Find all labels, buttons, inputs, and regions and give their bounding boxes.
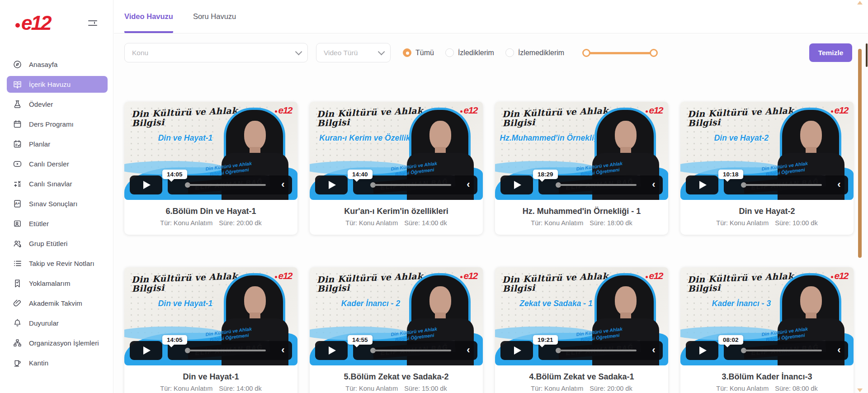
play-icon bbox=[143, 346, 151, 355]
bell-icon bbox=[13, 318, 22, 328]
sidebar-item-akademik-takvim[interactable]: Akademik Takvim bbox=[7, 295, 108, 312]
sidebar: e12 Anasayfaİçerik HavuzuÖdevlerDers Pro… bbox=[0, 0, 113, 393]
scrollbar-down-arrow-icon[interactable] bbox=[857, 388, 863, 392]
duration-tooltip: 14:55 bbox=[348, 335, 373, 345]
sidebar-item-label: Ders Programı bbox=[29, 120, 74, 128]
group-add-icon bbox=[13, 239, 22, 248]
video-card[interactable]: Din Kültürü ve Ahlak Bilgisi e12 Kader İ… bbox=[310, 267, 483, 393]
radio-i̇zlemediklerim[interactable]: İzlemediklerim bbox=[505, 48, 564, 57]
slider-handle-left[interactable] bbox=[582, 49, 590, 57]
play-icon bbox=[514, 181, 521, 189]
chevron-left-icon[interactable]: ‹ bbox=[835, 344, 843, 356]
scrollbar-thumb[interactable] bbox=[858, 49, 862, 258]
main-content: Video HavuzuSoru Havuzu Konu Video Türü … bbox=[114, 0, 868, 393]
video-title: Kur'an-ı Kerim'in özellikleri bbox=[310, 207, 483, 216]
slider-track bbox=[586, 52, 654, 54]
sidebar-item-yoklamalarım[interactable]: Yoklamalarım bbox=[7, 275, 108, 292]
duration-tooltip: 19:21 bbox=[533, 335, 558, 345]
video-card[interactable]: Din Kültürü ve Ahlak Bilgisi e12 Kuran-ı… bbox=[310, 102, 483, 235]
clear-filters-button[interactable]: Temizle bbox=[809, 43, 852, 62]
duration-tooltip: 18:29 bbox=[533, 170, 558, 179]
play-button[interactable] bbox=[130, 175, 162, 194]
sidebar-item-ders-programı[interactable]: Ders Programı bbox=[7, 116, 108, 133]
video-card[interactable]: Din Kültürü ve Ahlak Bilgisi e12 Din ve … bbox=[124, 102, 297, 235]
duration-range-slider[interactable] bbox=[583, 48, 657, 57]
video-meta: Tür: Konu AnlatımSüre: 20:00 dk bbox=[124, 219, 297, 227]
sidebar-item-organizasyon-i-şlemleri[interactable]: Organizasyon İşlemleri bbox=[7, 335, 108, 351]
chevron-left-icon[interactable]: ‹ bbox=[465, 344, 472, 356]
book-open-icon bbox=[13, 80, 22, 89]
cursor-artifact bbox=[866, 43, 868, 67]
chevron-left-icon[interactable]: ‹ bbox=[465, 178, 472, 191]
video-card[interactable]: Din Kültürü ve Ahlak Bilgisi e12 Din ve … bbox=[124, 267, 297, 393]
sidebar-item-i-çerik-havuzu[interactable]: İçerik Havuzu bbox=[7, 76, 108, 93]
chevron-left-icon[interactable]: ‹ bbox=[650, 344, 657, 356]
sidebar-item-etütler[interactable]: Etütler bbox=[7, 215, 108, 232]
konu-select[interactable]: Konu bbox=[124, 43, 308, 62]
video-turu-select[interactable]: Video Türü bbox=[316, 43, 391, 62]
progress-track bbox=[745, 350, 822, 351]
sidebar-item-label: Takip ve Revir Notları bbox=[29, 260, 94, 267]
sidebar-item-grup-etütleri[interactable]: Grup Etütleri bbox=[7, 235, 108, 252]
sidebar-collapse-icon[interactable] bbox=[88, 20, 98, 27]
sidebar-item-ödevler[interactable]: Ödevler bbox=[7, 96, 108, 113]
video-length: Süre: 18:00 dk bbox=[590, 219, 632, 227]
play-button[interactable] bbox=[500, 175, 533, 194]
e12-logo[interactable]: e12 bbox=[15, 12, 50, 34]
svg-text:A+: A+ bbox=[15, 201, 20, 206]
chevron-left-icon[interactable]: ‹ bbox=[835, 178, 843, 191]
chevron-left-icon[interactable]: ‹ bbox=[279, 344, 287, 356]
video-thumbnail[interactable]: Din Kültürü ve Ahlak Bilgisi e12 Din ve … bbox=[680, 102, 854, 200]
video-card[interactable]: Din Kültürü ve Ahlak Bilgisi e12 Kader İ… bbox=[680, 267, 854, 393]
video-thumbnail[interactable]: Din Kültürü ve Ahlak Bilgisi e12 Din ve … bbox=[124, 102, 297, 200]
video-thumbnail[interactable]: Din Kültürü ve Ahlak Bilgisi e12 Hz.Muha… bbox=[495, 102, 668, 200]
sidebar-menu: Anasayfaİçerik HavuzuÖdevlerDers Program… bbox=[0, 56, 113, 371]
video-thumbnail[interactable]: Din Kültürü ve Ahlak Bilgisi e12 Zekat v… bbox=[495, 267, 668, 365]
paperclip-icon bbox=[13, 298, 22, 308]
play-button[interactable] bbox=[686, 341, 718, 360]
duration-tooltip: 14:40 bbox=[348, 170, 373, 179]
video-title: 3.Bölüm Kader İnancı-3 bbox=[680, 372, 854, 382]
play-button[interactable] bbox=[315, 341, 348, 360]
chevron-left-icon[interactable]: ‹ bbox=[279, 178, 287, 191]
sidebar-item-anasayfa[interactable]: Anasayfa bbox=[7, 56, 108, 73]
tab-video-havuzu[interactable]: Video Havuzu bbox=[124, 0, 173, 33]
scrollbar-up-arrow-icon[interactable] bbox=[857, 1, 863, 5]
play-icon bbox=[329, 346, 336, 355]
radio-label: İzlemediklerim bbox=[518, 49, 564, 57]
sidebar-item-kantin[interactable]: Kantin bbox=[7, 355, 108, 371]
video-card[interactable]: Din Kültürü ve Ahlak Bilgisi e12 Zekat v… bbox=[495, 267, 668, 393]
sidebar-item-canlı-dersler[interactable]: Canlı Dersler bbox=[7, 156, 108, 172]
video-card[interactable]: Din Kültürü ve Ahlak Bilgisi e12 Din ve … bbox=[680, 102, 854, 235]
sidebar-item-planlar[interactable]: Planlar bbox=[7, 136, 108, 152]
chevron-left-icon[interactable]: ‹ bbox=[650, 178, 657, 191]
play-icon bbox=[514, 346, 521, 355]
radio-i̇zlediklerim[interactable]: İzlediklerim bbox=[445, 48, 494, 57]
sidebar-item-takip-ve-revir-notları[interactable]: Takip ve Revir Notları bbox=[7, 255, 108, 272]
sidebar-item-sınav-sonuçları[interactable]: A+Sınav Sonuçları bbox=[7, 195, 108, 212]
video-thumbnail[interactable]: Din Kültürü ve Ahlak Bilgisi e12 Kader İ… bbox=[680, 267, 854, 365]
sidebar-item-canlı-sınavlar[interactable]: Canlı Sınavlar bbox=[7, 175, 108, 192]
video-title: 6.Bölüm Din ve Hayat-1 bbox=[124, 207, 297, 216]
sidebar-item-duyurular[interactable]: Duyurular bbox=[7, 315, 108, 331]
slider-handle-right[interactable] bbox=[650, 49, 658, 57]
duration-tooltip: 10:18 bbox=[718, 170, 743, 179]
video-card[interactable]: Din Kültürü ve Ahlak Bilgisi e12 Hz.Muha… bbox=[495, 102, 668, 235]
progress-track bbox=[745, 184, 822, 186]
sidebar-item-label: Sınav Sonuçları bbox=[29, 200, 77, 208]
play-icon bbox=[699, 346, 707, 355]
radio-tümü[interactable]: Tümü bbox=[403, 48, 434, 57]
video-thumbnail[interactable]: Din Kültürü ve Ahlak Bilgisi e12 Kader İ… bbox=[310, 267, 483, 365]
video-type: Tür: Konu Anlatım bbox=[716, 385, 769, 392]
cup-icon bbox=[13, 358, 22, 368]
play-button[interactable] bbox=[315, 175, 348, 194]
konu-placeholder: Konu bbox=[132, 49, 148, 57]
progress-track bbox=[189, 350, 266, 351]
play-button[interactable] bbox=[130, 341, 162, 360]
video-thumbnail[interactable]: Din Kültürü ve Ahlak Bilgisi e12 Kuran-ı… bbox=[310, 102, 483, 200]
video-meta: Tür: Konu AnlatımSüre: 14:00 dk bbox=[310, 219, 483, 227]
play-button[interactable] bbox=[500, 341, 533, 360]
video-thumbnail[interactable]: Din Kültürü ve Ahlak Bilgisi e12 Din ve … bbox=[124, 267, 297, 365]
tab-soru-havuzu[interactable]: Soru Havuzu bbox=[193, 0, 236, 33]
play-button[interactable] bbox=[686, 175, 718, 194]
